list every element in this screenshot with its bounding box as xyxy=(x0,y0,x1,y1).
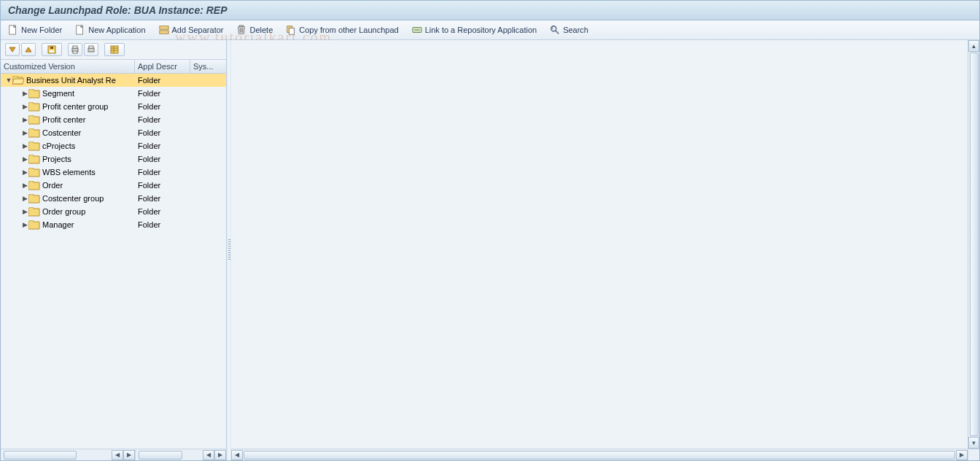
scroll-up-icon[interactable]: ▲ xyxy=(968,40,979,52)
folder-icon xyxy=(28,102,40,112)
print-preview-button[interactable] xyxy=(84,43,98,56)
tree-row[interactable]: ▶Manager Folder xyxy=(1,218,226,231)
folder-icon xyxy=(28,115,40,125)
svg-rect-3 xyxy=(159,31,168,34)
column-appl-descr[interactable]: Appl Descr xyxy=(135,60,190,73)
right-hscroll[interactable]: ◀ ▶ xyxy=(231,449,968,460)
link-icon xyxy=(412,25,422,35)
right-vscroll[interactable]: ▲ ▼ xyxy=(968,40,979,449)
tree-row[interactable]: ▶Order group Folder xyxy=(1,205,226,218)
tree-row[interactable]: ▶cProjects Folder xyxy=(1,139,226,152)
svg-rect-20 xyxy=(73,46,77,48)
tree-toggle[interactable]: ▶ xyxy=(21,129,28,136)
tree-hscroll-right[interactable]: ◀ ▶ xyxy=(135,449,226,460)
collapse-all-button[interactable] xyxy=(21,43,36,56)
tree-toggle[interactable]: ▶ xyxy=(21,208,28,215)
scroll-left-icon[interactable]: ◀ xyxy=(231,450,243,460)
tree-label: Profit center xyxy=(42,115,85,124)
tree-toggle[interactable]: ▼ xyxy=(5,77,12,84)
layout-button[interactable] xyxy=(104,43,125,56)
title-bar: Change Launchpad Role: BUA Instance: REP xyxy=(1,1,979,20)
tree-descr: Folder xyxy=(138,194,160,203)
tree-label: Business Unit Analyst Re xyxy=(26,76,116,85)
delete-button[interactable]: Delete xyxy=(236,25,273,35)
scroll-left-icon[interactable]: ◀ xyxy=(112,450,123,460)
tree-toggle[interactable]: ▶ xyxy=(21,221,28,228)
tree-toggle[interactable]: ▶ xyxy=(21,90,28,97)
tree-descr: Folder xyxy=(138,207,160,216)
tree-label: Costcenter group xyxy=(42,194,104,203)
collapse-icon xyxy=(24,45,33,54)
scroll-right-icon[interactable]: ▶ xyxy=(956,450,968,460)
tree-label: Costcenter xyxy=(42,128,81,137)
tree-toggle[interactable]: ▶ xyxy=(21,195,28,202)
tree-row[interactable]: ▶Order Folder xyxy=(1,179,226,192)
tree-row[interactable]: ▶Costcenter Folder xyxy=(1,126,226,139)
tree-row[interactable]: ▶Costcenter group Folder xyxy=(1,192,226,205)
tree-descr: Folder xyxy=(138,220,160,229)
print-button[interactable] xyxy=(68,43,82,56)
separator-icon xyxy=(159,25,169,35)
folder-icon xyxy=(28,207,40,217)
copy-icon xyxy=(286,25,296,35)
tree-hscroll-left[interactable]: ◀ ▶ xyxy=(1,449,135,460)
tree-row[interactable]: ▶Profit center Folder xyxy=(1,113,226,126)
tree-label: WBS elements xyxy=(42,168,96,177)
svg-rect-21 xyxy=(73,51,77,53)
folder-icon xyxy=(28,194,40,204)
main-toolbar: New Folder New Application Add Separator… xyxy=(1,20,979,40)
tree-body: ▼ Business Unit Analyst Re Folder ▶Segme… xyxy=(1,74,226,449)
tree-toggle[interactable]: ▶ xyxy=(21,142,28,150)
svg-line-13 xyxy=(556,31,559,34)
column-version[interactable]: Customized Version xyxy=(1,60,135,73)
folder-icon xyxy=(28,168,40,177)
copy-from-button[interactable]: Copy from other Launchpad xyxy=(286,25,398,35)
tree-row[interactable]: ▶WBS elements Folder xyxy=(1,166,226,179)
column-sys[interactable]: Sys... xyxy=(190,60,226,73)
tree-row[interactable]: ▶Segment Folder xyxy=(1,87,226,100)
app-window: Change Launchpad Role: BUA Instance: REP… xyxy=(0,0,980,461)
svg-rect-18 xyxy=(50,47,53,49)
tree-toggle[interactable]: ▶ xyxy=(21,155,28,163)
tree-label: Manager xyxy=(42,220,74,229)
tree-descr: Folder xyxy=(138,168,160,177)
tree-descr: Folder xyxy=(138,155,160,163)
tree-descr: Folder xyxy=(138,142,160,150)
tree-label: cProjects xyxy=(42,142,75,150)
tree-descr: Folder xyxy=(138,115,160,124)
tree-label: Segment xyxy=(42,89,74,98)
new-folder-button[interactable]: New Folder xyxy=(8,25,62,35)
svg-rect-23 xyxy=(89,46,93,48)
scroll-down-icon[interactable]: ▼ xyxy=(968,437,979,449)
new-application-button[interactable]: New Application xyxy=(75,25,145,35)
tree-row-root[interactable]: ▼ Business Unit Analyst Re Folder xyxy=(1,74,226,87)
tree-toggle[interactable]: ▶ xyxy=(21,103,28,110)
tree-descr: Folder xyxy=(138,76,160,85)
add-separator-button[interactable]: Add Separator xyxy=(159,25,224,35)
tree-row[interactable]: ▶Projects Folder xyxy=(1,152,226,166)
expand-all-button[interactable] xyxy=(5,43,20,56)
expand-icon xyxy=(8,45,17,54)
save-variant-button[interactable] xyxy=(42,43,62,56)
tree-toolbar xyxy=(1,40,226,59)
tree-row[interactable]: ▶Profit center group Folder xyxy=(1,100,226,113)
scroll-left-icon[interactable]: ◀ xyxy=(203,450,214,460)
folder-icon xyxy=(28,128,40,138)
save-icon xyxy=(47,45,56,54)
scroll-right-icon[interactable]: ▶ xyxy=(123,450,135,460)
tree-label: Order xyxy=(42,181,63,190)
link-repo-button[interactable]: Link to a Repository Application xyxy=(412,25,537,35)
tree-label: Profit center group xyxy=(42,102,109,111)
svg-rect-4 xyxy=(240,26,244,27)
right-panel: ▲ ▼ ◀ ▶ xyxy=(231,40,979,460)
search-button[interactable]: Search xyxy=(550,25,588,35)
tree-descr: Folder xyxy=(138,181,160,190)
tree-toggle[interactable]: ▶ xyxy=(21,116,28,123)
tree-toggle[interactable]: ▶ xyxy=(21,182,28,189)
search-icon xyxy=(550,25,560,35)
print-icon xyxy=(71,45,79,54)
scroll-right-icon[interactable]: ▶ xyxy=(214,450,226,460)
tree-toggle[interactable]: ▶ xyxy=(21,168,28,176)
tree-descr: Folder xyxy=(138,89,160,98)
folder-open-icon xyxy=(12,76,24,85)
